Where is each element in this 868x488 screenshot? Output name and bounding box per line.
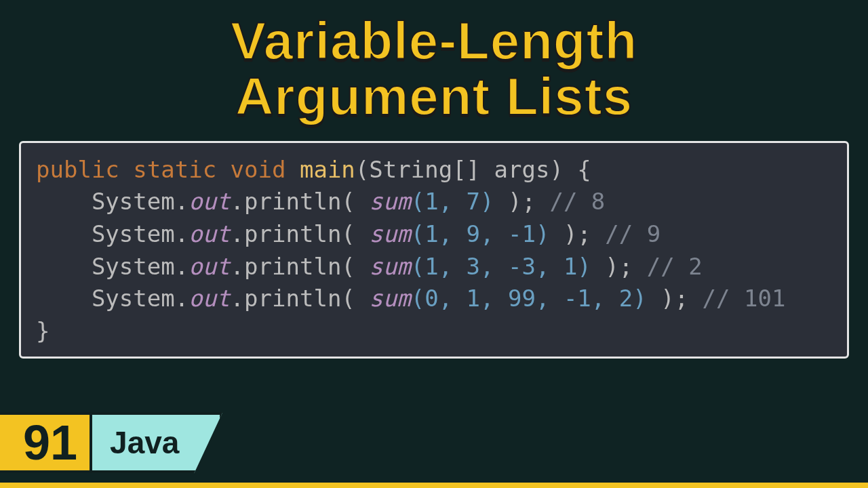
close-brace: }: [36, 317, 50, 344]
title-line-1: Variable-Length: [0, 14, 868, 69]
method-name: main: [300, 156, 355, 183]
lesson-number-badge: 91: [0, 412, 92, 473]
language-badge: Java: [90, 412, 222, 473]
slide-title: Variable-Length Argument Lists: [0, 0, 868, 125]
lesson-number: 91: [23, 418, 77, 467]
title-line-2: Argument Lists: [0, 69, 868, 125]
params: (String[] args) {: [355, 156, 591, 183]
bottom-accent-bar: [0, 483, 868, 488]
language-label: Java: [110, 424, 179, 461]
keyword: public static void: [36, 156, 285, 183]
code-block: public static void main(String[] args) {…: [19, 141, 849, 359]
footer-badges: 91 Java: [0, 412, 222, 473]
